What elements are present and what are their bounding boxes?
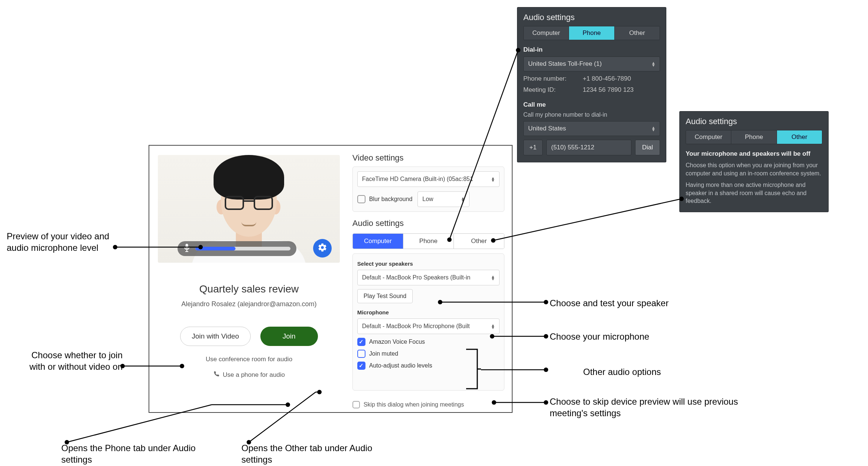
other-strong: Your microphone and speakers will be off [686, 150, 822, 158]
video-settings-group: FaceTime HD Camera (Built-in) (05ac:851 … [352, 166, 504, 212]
dark-tab-phone[interactable]: Phone [731, 130, 777, 144]
svg-point-25 [544, 334, 548, 339]
skip-dialog-checkbox[interactable]: Skip this dialog when joining meetings [352, 401, 504, 408]
callme-country-select[interactable]: United States ▴▾ [523, 121, 660, 136]
dark-tab-computer[interactable]: Computer [686, 130, 731, 144]
other-p1: Choose this option when you are joining … [686, 161, 822, 177]
camera-device-select[interactable]: FaceTime HD Camera (Built-in) (05ac:851 … [357, 171, 500, 187]
audio-tabs: Computer Phone Other [352, 233, 504, 249]
video-settings-title: Video settings [352, 153, 504, 163]
speaker-device-select[interactable]: Default - MacBook Pro Speakers (Built-in… [357, 270, 500, 285]
panel-title: Audio settings [686, 117, 822, 126]
tab-other[interactable]: Other [454, 234, 504, 249]
annotated-diagram: Quartely sales review Alejandro Rosalez … [0, 0, 868, 466]
play-test-sound-button[interactable]: Play Test Sound [357, 289, 413, 303]
callme-label: Call me [523, 101, 660, 109]
join-button[interactable]: Join [260, 327, 318, 346]
dialin-country-select[interactable]: United States Toll-Free (1) ▴▾ [523, 56, 660, 71]
updown-icon: ▴▾ [462, 197, 465, 202]
panel-title: Audio settings [523, 13, 660, 22]
callout-choose-mic: Choose your microphone [550, 331, 649, 342]
svg-point-30 [544, 400, 548, 405]
use-conference-room-link[interactable]: Use conference room for audio [206, 356, 292, 363]
settings-gear-button[interactable] [313, 239, 332, 258]
camera-preview [158, 155, 340, 263]
updown-icon: ▴▾ [492, 324, 495, 329]
dark-audio-tabs: Computer Phone Other [523, 26, 660, 40]
callout-join-choice: Choose whether to join with or without v… [15, 349, 123, 372]
blur-background-checkbox[interactable]: Blur background [357, 195, 413, 203]
mic-device-select[interactable]: Default - MacBook Pro Microphone (Built … [357, 318, 500, 334]
callout-preview: Preview of your video and audio micropho… [7, 230, 129, 253]
dialog-right: Video settings FaceTime HD Camera (Built… [349, 146, 512, 412]
audio-settings-other-panel: Audio settings Computer Phone Other Your… [680, 111, 828, 212]
checkbox-unchecked-icon [352, 401, 360, 408]
mic-level-track [195, 247, 290, 250]
audio-settings-title: Audio settings [352, 219, 504, 228]
auto-adjust-checkbox[interactable]: Auto-adjust audio levels [357, 362, 500, 370]
checkbox-checked-icon [357, 362, 365, 370]
dial-button[interactable]: Dial [635, 140, 660, 155]
callout-opens-other: Opens the Other tab under Audio settings [241, 442, 397, 465]
audio-settings-phone-panel: Audio settings Computer Phone Other Dial… [517, 7, 666, 162]
meeting-title: Quartely sales review [199, 283, 299, 295]
phone-number-row: Phone number: +1 800-456-7890 [523, 75, 660, 82]
phone-icon [213, 370, 220, 379]
dark-tab-phone[interactable]: Phone [569, 26, 614, 40]
meeting-organizer: Alejandro Rosalez (alejandror@amazon.com… [181, 300, 316, 308]
use-phone-for-audio-link[interactable]: Use a phone for audio [213, 370, 285, 379]
mic-icon [183, 244, 190, 253]
meeting-preview-dialog: Quartely sales review Alejandro Rosalez … [149, 145, 513, 413]
voice-focus-checkbox[interactable]: Amazon Voice Focus [357, 338, 500, 346]
other-p2: Having more than one active microphone a… [686, 181, 822, 205]
dark-audio-tabs-other: Computer Phone Other [686, 130, 822, 144]
checkbox-unchecked-icon [357, 195, 365, 203]
callout-other-audio: Other audio options [583, 366, 661, 378]
tab-phone[interactable]: Phone [403, 234, 454, 249]
callout-skip: Choose to skip device preview will use p… [550, 396, 758, 419]
tab-computer[interactable]: Computer [353, 234, 403, 249]
callout-opens-phone: Opens the Phone tab under Audio settings [61, 442, 217, 465]
audio-computer-group: Select your speakers Default - MacBook P… [352, 253, 504, 391]
callout-test-speaker: Choose and test your speaker [550, 297, 669, 309]
mic-level-indicator [178, 241, 296, 256]
blur-level-select[interactable]: Low ▴▾ [417, 191, 469, 207]
dialog-left: Quartely sales review Alejandro Rosalez … [149, 146, 349, 412]
gear-icon [318, 243, 327, 254]
join-with-video-button[interactable]: Join with Video [180, 327, 250, 346]
dark-tab-other[interactable]: Other [777, 130, 822, 144]
microphone-label: Microphone [357, 309, 500, 315]
svg-line-17 [493, 199, 682, 240]
svg-point-27 [544, 368, 548, 372]
speakers-label: Select your speakers [357, 260, 500, 267]
updown-icon: ▴▾ [492, 275, 495, 280]
updown-icon: ▴▾ [652, 61, 656, 67]
updown-icon: ▴▾ [492, 177, 495, 182]
updown-icon: ▴▾ [652, 126, 656, 131]
meeting-id-row: Meeting ID: 1234 56 7890 123 [523, 86, 660, 94]
dialin-label: Dial-in [523, 46, 660, 54]
callme-desc: Call my phone number to dial-in [523, 111, 660, 118]
country-code-input[interactable]: +1 [523, 140, 543, 155]
dark-tab-other[interactable]: Other [615, 26, 660, 40]
checkbox-unchecked-icon [357, 350, 365, 358]
svg-point-22 [544, 300, 548, 304]
phone-number-input[interactable]: (510) 555-1212 [546, 140, 631, 155]
join-muted-checkbox[interactable]: Join muted [357, 350, 500, 358]
dark-tab-computer[interactable]: Computer [524, 26, 569, 40]
checkbox-checked-icon [357, 338, 365, 346]
